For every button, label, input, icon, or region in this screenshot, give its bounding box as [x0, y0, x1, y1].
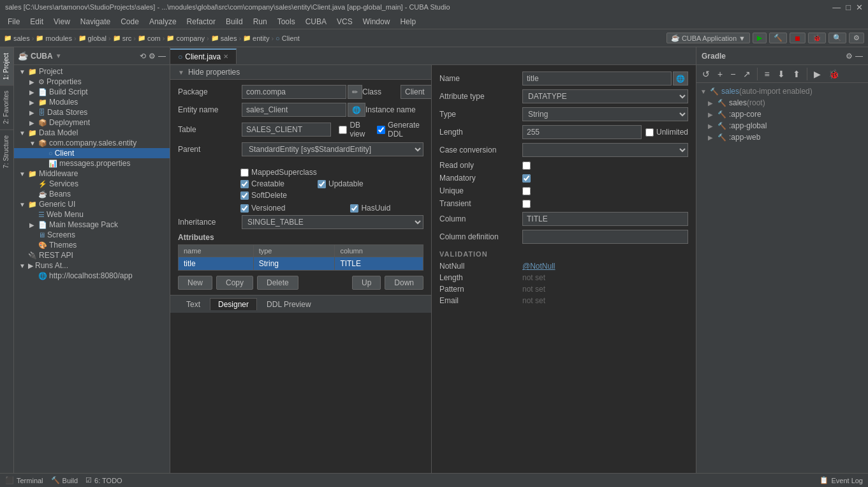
- gradle-settings-btn[interactable]: ⚙: [846, 52, 853, 61]
- attr-type-select[interactable]: DATATYPE: [522, 89, 688, 103]
- maximize-btn[interactable]: □: [846, 3, 851, 12]
- tab-ddl[interactable]: DDL Preview: [258, 298, 320, 311]
- menu-view[interactable]: View: [48, 16, 75, 27]
- search-btn[interactable]: 🔍: [828, 33, 846, 43]
- entityname-globe-btn[interactable]: 🌐: [348, 103, 365, 117]
- tree-messages[interactable]: 📊 messages.properties: [14, 158, 170, 169]
- nav-company[interactable]: company: [176, 34, 205, 42]
- tree-properties[interactable]: ▶ ⚙ Properties: [14, 77, 170, 87]
- menu-cuba[interactable]: CUBA: [300, 16, 332, 27]
- table-row[interactable]: title String TITLE: [179, 257, 423, 271]
- softdelete-checkbox-group[interactable]: SoftDelete: [240, 191, 287, 200]
- tree-mainmessage[interactable]: ▶ 📄 Main Message Pack: [14, 220, 170, 230]
- column-def-input[interactable]: [522, 230, 688, 244]
- side-tab-favorites[interactable]: 2: Favorites: [0, 85, 13, 129]
- generateddl-checkbox[interactable]: [377, 126, 385, 134]
- prop-name-globe[interactable]: 🌐: [673, 71, 688, 86]
- hasuuid-checkbox-group[interactable]: HasUuid: [350, 204, 390, 213]
- gradle-expand-btn[interactable]: ⬇: [774, 67, 788, 81]
- creatable-checkbox-group[interactable]: Creatable: [240, 179, 284, 188]
- gradle-item-appweb[interactable]: ▶ 🔨 :app-web: [696, 131, 868, 143]
- dbview-checkbox-group[interactable]: DB view: [339, 121, 369, 139]
- nav-sales[interactable]: sales: [13, 34, 30, 42]
- stop-btn[interactable]: ⏹: [790, 33, 805, 43]
- nav-src[interactable]: src: [122, 34, 132, 42]
- gradle-link-btn[interactable]: ↗: [740, 67, 754, 81]
- gradle-item-sales[interactable]: ▶ 🔨 sales (root): [696, 97, 868, 109]
- tree-restapi[interactable]: 🔌 REST API: [14, 250, 170, 260]
- pattern-value[interactable]: not set: [522, 285, 545, 294]
- tab-close[interactable]: ✕: [223, 53, 228, 60]
- nav-sales2[interactable]: sales: [221, 34, 237, 42]
- menu-run[interactable]: Run: [248, 16, 272, 27]
- nav-client[interactable]: Client: [282, 34, 300, 42]
- tree-genericui[interactable]: ▼ 📁 Generic UI: [14, 199, 170, 209]
- debug-btn[interactable]: 🐞: [808, 33, 826, 43]
- length-input[interactable]: [522, 125, 642, 139]
- email-value[interactable]: not set: [522, 296, 545, 305]
- menu-build[interactable]: Build: [221, 16, 248, 27]
- creatable-checkbox[interactable]: [240, 180, 249, 188]
- cuba-application-btn[interactable]: ☕ CUBA Application ▼: [666, 33, 750, 43]
- menu-code[interactable]: Code: [115, 16, 144, 27]
- gradle-debug-run-btn[interactable]: 🐞: [825, 67, 842, 81]
- tree-client[interactable]: ○ Client: [14, 148, 170, 158]
- tree-beans[interactable]: ☕ Beans: [14, 189, 170, 199]
- menu-tools[interactable]: Tools: [272, 16, 300, 27]
- gradle-item-appglobal[interactable]: ▶ 🔨 :app-global: [696, 120, 868, 131]
- settings-tree-btn[interactable]: ⚙: [149, 52, 156, 61]
- gradle-item-sales-root[interactable]: ▼ 🔨 sales (auto-import enabled): [696, 86, 868, 97]
- tree-datamodel[interactable]: ▼ 📁 Data Model: [14, 128, 170, 138]
- gradle-add-btn[interactable]: +: [714, 67, 726, 81]
- menu-edit[interactable]: Edit: [25, 16, 48, 27]
- tree-package[interactable]: ▼ 📦 com.company.sales.entity: [14, 138, 170, 148]
- gradle-run-btn[interactable]: ▶: [811, 67, 824, 81]
- close-btn[interactable]: ✕: [856, 3, 863, 12]
- tree-localhost[interactable]: 🌐 http://localhost:8080/app: [14, 271, 170, 281]
- inheritance-select[interactable]: SINGLE_TABLE: [242, 215, 423, 229]
- settings-btn[interactable]: ⚙: [849, 33, 864, 43]
- new-btn[interactable]: New: [178, 276, 212, 290]
- menu-navigate[interactable]: Navigate: [75, 16, 115, 27]
- gradle-groupby-btn[interactable]: ≡: [761, 67, 772, 81]
- notnull-value[interactable]: @NotNull: [522, 262, 555, 271]
- gradle-remove-btn[interactable]: −: [727, 67, 739, 81]
- tree-runsat[interactable]: ▼ ▶ Runs At...: [14, 260, 170, 271]
- up-btn[interactable]: Up: [352, 276, 381, 290]
- table-input[interactable]: [242, 123, 331, 137]
- gradle-collapse2-btn[interactable]: ⬆: [790, 67, 804, 81]
- hide-properties-bar[interactable]: ▼ Hide properties: [170, 65, 431, 80]
- softdelete-checkbox[interactable]: [240, 191, 249, 200]
- status-build[interactable]: 🔨 Build: [51, 476, 78, 484]
- menu-refactor[interactable]: Refactor: [182, 16, 221, 27]
- menu-help[interactable]: Help: [395, 16, 421, 27]
- minimize-btn[interactable]: —: [832, 3, 841, 12]
- parent-select[interactable]: StandardEntity [sys$StandardEntity]: [242, 142, 423, 156]
- status-todo[interactable]: ☑ 6: TODO: [85, 476, 122, 484]
- mappedsuperclass-checkbox[interactable]: [240, 169, 249, 177]
- nav-global[interactable]: global: [88, 34, 107, 42]
- status-terminal[interactable]: ⬛ Terminal: [5, 476, 43, 484]
- updatable-checkbox[interactable]: [318, 180, 326, 188]
- tree-middleware[interactable]: ▼ 📁 Middleware: [14, 169, 170, 179]
- mappedsuperclass-checkbox-group[interactable]: MappedSuperclass: [240, 168, 317, 177]
- title-bar-controls[interactable]: — □ ✕: [832, 3, 863, 12]
- versioned-checkbox[interactable]: [240, 204, 249, 213]
- delete-btn[interactable]: Delete: [257, 276, 298, 290]
- build-btn[interactable]: 🔨: [769, 33, 787, 43]
- hasuuid-checkbox[interactable]: [350, 204, 358, 213]
- tree-project[interactable]: ▼ 📁 Project: [14, 66, 170, 77]
- tree-webmenu[interactable]: ☰ Web Menu: [14, 209, 170, 220]
- unlimited-checkbox[interactable]: [645, 128, 654, 137]
- gradle-item-appcore[interactable]: ▶ 🔨 :app-core: [696, 109, 868, 120]
- dbview-checkbox[interactable]: [339, 126, 347, 134]
- updatable-checkbox-group[interactable]: Updatable: [318, 179, 364, 188]
- package-input[interactable]: [242, 85, 346, 99]
- nav-modules[interactable]: modules: [45, 34, 72, 42]
- gradle-collapse-btn[interactable]: —: [855, 52, 863, 61]
- package-edit-btn[interactable]: ✏: [348, 85, 362, 99]
- run-btn[interactable]: ▶: [753, 33, 767, 43]
- nav-com[interactable]: com: [147, 34, 161, 42]
- dropdown-chevron[interactable]: ▼: [55, 52, 62, 59]
- side-tab-project[interactable]: 1: Project: [0, 47, 13, 85]
